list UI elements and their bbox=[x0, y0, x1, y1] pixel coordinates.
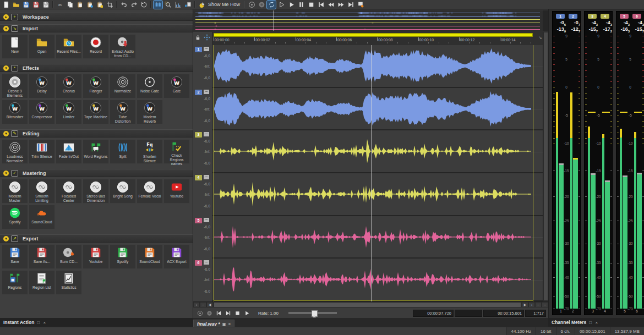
play-button[interactable] bbox=[287, 1, 296, 9]
pause-button[interactable] bbox=[297, 1, 305, 9]
rate-slider[interactable] bbox=[288, 310, 337, 316]
action-tile-stereo-bus-dimension[interactable]: Stereo Bus Dimension bbox=[83, 179, 109, 204]
timeline-pin-icon[interactable]: ↘ bbox=[538, 35, 542, 40]
action-tile-modern-reverb[interactable]: wModern Reverb bbox=[137, 100, 163, 124]
save-as-button[interactable] bbox=[31, 1, 40, 9]
action-tile-tape-machine[interactable]: wTape Machine bbox=[83, 100, 109, 124]
channel-meters-close-icon[interactable]: × bbox=[595, 320, 599, 325]
action-tile-recent-files-[interactable]: Recent Files... bbox=[56, 34, 82, 59]
channel-4-collapse-button[interactable]: – bbox=[204, 175, 209, 179]
record-button[interactable] bbox=[257, 1, 266, 9]
action-tile-flanger[interactable]: wFlanger bbox=[83, 74, 109, 98]
chevron-down-icon[interactable]: ▾ bbox=[3, 65, 9, 71]
paste-new-button[interactable] bbox=[95, 1, 104, 9]
channel-levels-button[interactable] bbox=[154, 1, 162, 9]
show-me-how-button[interactable] bbox=[198, 1, 206, 9]
action-tile-gate[interactable]: wGate bbox=[163, 74, 190, 98]
action-tile-save-as-[interactable]: Save As... bbox=[29, 244, 55, 269]
section-header-editing[interactable]: ▾✎Editing bbox=[0, 129, 193, 138]
waveform-channel-6[interactable] bbox=[212, 259, 543, 301]
action-tile-tube-distortion[interactable]: wTube Distortion bbox=[110, 100, 136, 124]
loop-playback-button[interactable] bbox=[267, 1, 276, 9]
stop-transport-button[interactable] bbox=[234, 310, 241, 316]
action-tile-new[interactable]: New bbox=[2, 34, 28, 59]
action-tile-shorten-silence[interactable]: FqShorten Silence bbox=[137, 139, 163, 164]
channel-meters-float-icon[interactable]: □ bbox=[589, 320, 593, 325]
timeline-ruler[interactable]: 00:00:0000:00:0200:00:0400:00:0600:00:08… bbox=[212, 32, 543, 46]
action-tile-delay[interactable]: wDelay bbox=[29, 74, 55, 98]
action-tile-regions[interactable]: Regions bbox=[2, 270, 28, 295]
action-tile-modern-master[interactable]: Modern Master bbox=[2, 179, 28, 204]
channel-4-badge[interactable]: 4 bbox=[195, 175, 202, 180]
file-overview-strip[interactable] bbox=[193, 10, 548, 31]
section-header-workspace[interactable]: ▸+Workspace bbox=[0, 13, 193, 21]
redo-button[interactable] bbox=[129, 1, 138, 9]
vscroll-thumb[interactable] bbox=[544, 32, 548, 300]
selection-band[interactable] bbox=[214, 33, 533, 37]
action-tile-word-regions[interactable]: Word Regions bbox=[83, 139, 109, 164]
action-tile-loudness-normalize[interactable]: Loudness Normalize bbox=[2, 139, 28, 164]
action-tile-soundcloud[interactable]: SoundCloud bbox=[137, 244, 163, 269]
action-tile-ozone-9-elements[interactable]: Ozone 9 Elements bbox=[2, 74, 28, 98]
undo-button[interactable] bbox=[119, 1, 128, 9]
channel-2-collapse-button[interactable]: – bbox=[204, 90, 209, 94]
chevron-down-icon[interactable]: ▾ bbox=[3, 131, 9, 136]
monitor-input-button[interactable] bbox=[247, 1, 256, 9]
waveform-channel-4[interactable] bbox=[212, 173, 543, 216]
batch-processing-button[interactable] bbox=[183, 1, 192, 9]
action-tile-limiter[interactable]: wLimiter bbox=[56, 100, 82, 124]
action-tile-youtube[interactable]: Youtube bbox=[163, 179, 190, 204]
rewind-button[interactable] bbox=[326, 1, 335, 9]
statistics-button[interactable] bbox=[173, 1, 182, 9]
action-tile-soundcloud[interactable]: SoundCloud bbox=[29, 205, 55, 229]
go-end-transport-button[interactable] bbox=[225, 310, 231, 316]
section-header-mastering[interactable]: ▾✓Mastering bbox=[0, 169, 193, 177]
channel-3-badge[interactable]: 3 bbox=[195, 132, 202, 138]
lock-icon[interactable] bbox=[195, 35, 201, 41]
pan-mode-icon[interactable] bbox=[203, 34, 211, 41]
cut-button[interactable]: ✂ bbox=[56, 1, 64, 9]
action-tile-region-list[interactable]: Region List bbox=[29, 270, 55, 295]
go-to-start-button[interactable] bbox=[316, 1, 325, 9]
channel-meters-tab[interactable]: Channel Meters □ × bbox=[548, 318, 644, 327]
paste-special-button[interactable] bbox=[85, 1, 94, 9]
overview-cursor[interactable] bbox=[274, 10, 274, 31]
go-to-end-button[interactable] bbox=[346, 1, 355, 9]
open-button[interactable] bbox=[12, 1, 20, 9]
history-button[interactable] bbox=[139, 1, 148, 9]
action-tile-acx-export[interactable]: ACX Export bbox=[163, 244, 190, 269]
tab-float-icon[interactable]: ▣ bbox=[222, 322, 227, 327]
play-all-button[interactable] bbox=[277, 1, 286, 9]
chevron-down-icon[interactable]: ▾ bbox=[3, 171, 9, 176]
action-tile-spotify[interactable]: Spotify bbox=[110, 244, 136, 269]
action-tile-statistics[interactable]: Statistics bbox=[56, 270, 82, 295]
action-tile-smooth-limiting[interactable]: Smooth Limiting bbox=[29, 179, 55, 204]
new-button[interactable] bbox=[2, 1, 10, 9]
action-tile-bitcrusher[interactable]: wBitcrusher bbox=[2, 100, 28, 124]
loop-monitor-transport-button[interactable] bbox=[197, 310, 203, 316]
channel-5-collapse-button[interactable]: – bbox=[204, 218, 209, 222]
action-tile-spotify[interactable]: Spotify bbox=[2, 205, 28, 229]
channel-6-collapse-button[interactable]: – bbox=[204, 260, 209, 265]
action-tile-compressor[interactable]: wCompressor bbox=[29, 100, 55, 124]
action-tile-focused-center[interactable]: Focused Center bbox=[56, 179, 82, 204]
action-tile-extract-audio-from-cd-[interactable]: Extract Audio from CD... bbox=[110, 34, 136, 59]
save-button[interactable] bbox=[21, 1, 30, 9]
chevron-right-icon[interactable]: ▸ bbox=[3, 14, 9, 20]
waveform-channel-3[interactable] bbox=[212, 130, 543, 173]
channel-6-badge[interactable]: 6 bbox=[195, 260, 202, 266]
action-tile-youtube[interactable]: Youtube bbox=[83, 244, 109, 269]
action-tile-bright-song[interactable]: Bright Song bbox=[110, 179, 136, 204]
section-header-export[interactable]: ▾↗Export bbox=[0, 234, 193, 243]
action-tile-open[interactable]: Open bbox=[29, 34, 55, 59]
action-tile-fade-in-out[interactable]: Fade In/Out bbox=[56, 139, 82, 164]
play-transport-button[interactable] bbox=[244, 310, 250, 316]
drop-marker-button[interactable] bbox=[356, 1, 365, 9]
section-header-effects[interactable]: ▾*Effects bbox=[0, 64, 193, 72]
action-tile-noise-gate[interactable]: Noise Gate bbox=[137, 74, 163, 98]
waveform-channel-2[interactable] bbox=[212, 88, 543, 131]
waveform-channel-5[interactable] bbox=[212, 216, 543, 259]
action-tile-burn-cd-[interactable]: Burn CD... bbox=[56, 244, 82, 269]
section-header-import[interactable]: ▾↘Import bbox=[0, 24, 193, 32]
chevron-down-icon[interactable]: ▾ bbox=[3, 26, 9, 31]
